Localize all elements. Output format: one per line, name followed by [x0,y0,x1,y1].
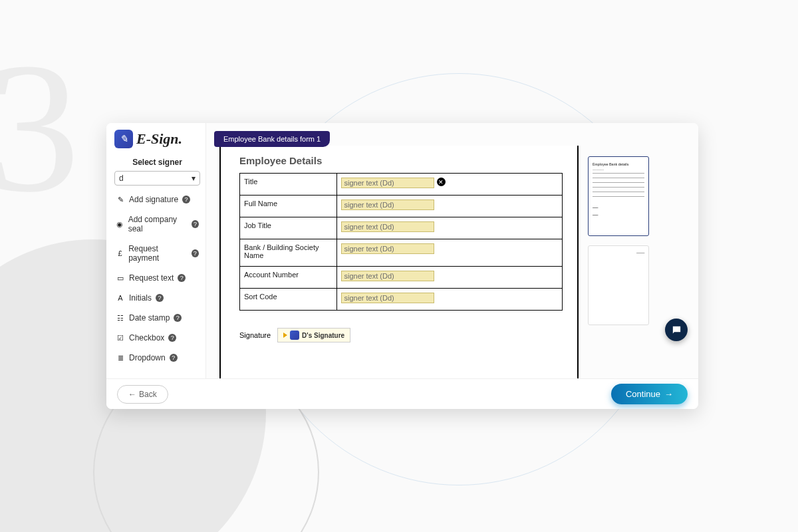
table-row: Full Namesigner text (Dd) [240,196,563,217]
thumbnail-page-1[interactable]: Employee Bank details ────── ━━━━ ━━━━ [588,156,649,236]
arrow-left-icon: ← [128,390,136,399]
field-label-cell: Sort Code [240,289,337,311]
continue-label: Continue [626,389,660,399]
arrow-right-icon: → [664,389,673,399]
tool-icon: £ [116,249,124,257]
help-icon[interactable]: ? [168,334,176,342]
document-editor: Employee Bank details form 1 Employee De… [206,123,698,378]
help-icon[interactable]: ? [170,354,178,362]
signer-select[interactable]: d ▾ [114,171,200,186]
tool-label: Date stamp [129,313,170,323]
tool-label: Add company seal [128,215,188,233]
signer-text-field[interactable]: signer text (Dd) [341,221,434,232]
logo-icon: ✎ [114,130,133,148]
signer-select-value: d [119,174,124,183]
field-value-cell: signer text (Dd) [336,267,563,289]
remove-field-icon[interactable]: ✕ [437,178,446,186]
help-icon[interactable]: ? [192,249,199,257]
table-row: Job Titlesigner text (Dd) [240,217,563,239]
signature-label: Signature [239,331,271,339]
page-thumbnails: Employee Bank details ────── ━━━━ ━━━━ ━… [579,123,658,378]
signer-text-field[interactable]: signer text (Dd) [341,178,434,188]
sidebar: ✎ E-Sign. Select signer d ▾ ✎Add signatu… [106,123,206,378]
field-tool-date-stamp[interactable]: ☷Date stamp? [114,308,200,328]
thumb-title: Employee Bank details [593,162,644,166]
field-label-cell: Job Title [240,217,337,239]
field-value-cell: signer text (Dd) [336,217,563,239]
help-icon[interactable]: ? [182,196,190,203]
field-label-cell: Title [240,174,337,196]
field-label-cell: Full Name [240,196,337,217]
chevron-down-icon: ▾ [192,174,196,183]
tool-label: Initials [129,293,152,303]
field-tool-initials[interactable]: AInitials? [114,288,200,308]
signer-text-field[interactable]: signer text (Dd) [341,293,434,303]
document-canvas[interactable]: Employee Details Titlesigner text (Dd)✕F… [219,146,579,378]
chat-launcher[interactable] [665,319,688,341]
tool-icon: ✎ [116,196,125,204]
tool-label: Request payment [128,244,188,263]
field-label-cell: Bank / Building Society Name [240,239,337,267]
logo: ✎ E-Sign. [114,130,200,148]
thumbnail-page-2[interactable]: ━━━━━━ [588,245,649,325]
tool-label: Dropdown [129,353,166,362]
help-icon[interactable]: ? [178,274,186,282]
signature-chip-label: D's Signature [302,332,344,339]
signer-text-field[interactable]: signer text (Dd) [341,271,434,281]
table-row: Sort Codesigner text (Dd) [240,289,563,311]
field-tool-request-text[interactable]: ▭Request text? [114,268,200,288]
help-icon[interactable]: ? [174,314,182,322]
chat-icon [671,325,682,336]
tool-label: Add signature [129,195,178,204]
footer-bar: ← Back Continue → [106,378,698,409]
app-window: ✎ E-Sign. Select signer d ▾ ✎Add signatu… [106,123,698,409]
table-row: Account Numbersigner text (Dd) [240,267,563,289]
signature-field[interactable]: D's Signature [277,328,350,342]
signature-row: Signature D's Signature [239,328,563,342]
tool-icon: A [116,294,125,302]
help-icon[interactable]: ? [192,220,199,228]
logo-text: E-Sign. [136,130,182,148]
document-tab-label: Employee Bank details form 1 [223,135,321,143]
select-signer-label: Select signer [114,158,200,167]
details-table: Titlesigner text (Dd)✕Full Namesigner te… [239,173,563,311]
field-tool-dropdown[interactable]: ≣Dropdown? [114,348,200,368]
field-tool-add-signature[interactable]: ✎Add signature? [114,190,200,209]
tool-label: Checkbox [129,333,164,342]
tool-icon: ◉ [116,220,124,229]
logo-small-icon [290,331,299,340]
signer-text-field[interactable]: signer text (Dd) [341,243,434,254]
step-number-watermark: 3 [0,20,80,235]
back-button[interactable]: ← Back [117,385,168,404]
field-tool-checkbox[interactable]: ☑Checkbox? [114,328,200,348]
continue-button[interactable]: Continue → [611,384,688,404]
signer-text-field[interactable]: signer text (Dd) [341,200,434,210]
back-label: Back [139,390,157,399]
field-value-cell: signer text (Dd) [336,196,563,217]
section-heading: Employee Details [239,155,563,166]
tool-icon: ☷ [116,314,125,323]
tool-icon: ☑ [116,334,125,342]
document-tab[interactable]: Employee Bank details form 1 [214,131,330,147]
table-row: Titlesigner text (Dd)✕ [240,174,563,196]
field-label-cell: Account Number [240,267,337,289]
help-icon[interactable]: ? [156,294,164,302]
play-icon [283,332,287,338]
tool-icon: ▭ [116,274,125,283]
tool-icon: ≣ [116,354,125,362]
table-row: Bank / Building Society Namesigner text … [240,239,563,267]
field-tool-request-payment[interactable]: £Request payment? [114,239,200,268]
tool-label: Request text [129,273,174,283]
field-value-cell: signer text (Dd)✕ [336,174,563,196]
field-tool-add-company-seal[interactable]: ◉Add company seal? [114,209,200,239]
field-value-cell: signer text (Dd) [336,239,563,267]
field-value-cell: signer text (Dd) [336,289,563,311]
